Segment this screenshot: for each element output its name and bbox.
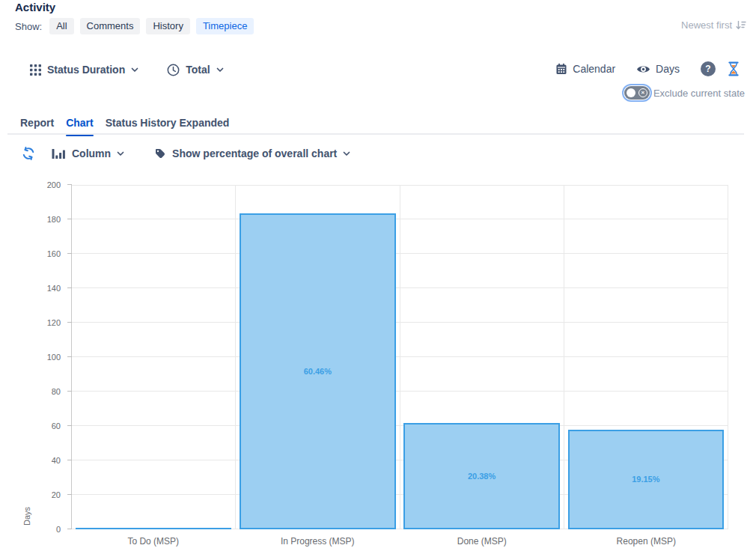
eye-icon xyxy=(636,64,650,75)
bar-Done (MSP): 20.38% xyxy=(403,423,560,529)
bar-percentage-label: 19.15% xyxy=(570,475,723,484)
tab-report[interactable]: Report xyxy=(20,117,54,135)
activity-panel: Activity Show: All Comments History Time… xyxy=(0,0,753,560)
exclude-current-state-label: Exclude current state xyxy=(653,88,745,99)
tab-chart[interactable]: Chart xyxy=(66,117,94,135)
tab-status-history-expanded[interactable]: Status History Expanded xyxy=(106,117,230,135)
label-mode-label: Show percentage of overall chart xyxy=(172,147,337,159)
x-axis-category-label: To Do (MSP) xyxy=(71,536,236,547)
chevron-down-icon xyxy=(216,67,224,73)
status-duration-chart: Days 020406080100120140160180200 60.46%2… xyxy=(0,180,753,560)
aggregation-label: Total xyxy=(186,64,210,76)
dimension-dropdown[interactable]: Status Duration xyxy=(30,64,138,76)
sort-descending-icon xyxy=(736,20,746,30)
refresh-icon[interactable] xyxy=(22,147,35,160)
bar-In Progress (MSP): 60.46% xyxy=(240,213,396,529)
sort-order-control[interactable]: Newest first xyxy=(681,19,746,31)
y-tick-label: 140 xyxy=(47,284,61,293)
y-tick-label: 80 xyxy=(52,387,61,396)
y-tick-label: 40 xyxy=(52,456,61,465)
calendar-view-button[interactable]: Calendar xyxy=(555,63,615,75)
filter-button-timepiece[interactable]: Timepiece xyxy=(196,18,254,34)
category-column: 60.46% xyxy=(236,185,400,529)
label-mode-dropdown[interactable]: Show percentage of overall chart xyxy=(154,147,350,159)
category-column xyxy=(72,185,236,529)
calendar-label: Calendar xyxy=(573,63,615,75)
column-chart-icon xyxy=(52,148,66,159)
y-tick-label: 200 xyxy=(47,180,61,189)
x-axis-category-label: In Progress (MSP) xyxy=(236,536,400,547)
exclude-current-state-toggle[interactable]: × xyxy=(624,86,650,100)
help-icon[interactable]: ? xyxy=(701,61,716,76)
unit-label: Days xyxy=(656,63,680,75)
unit-toggle-button[interactable]: Days xyxy=(636,63,680,75)
report-toolbar-right: Calendar Days ? xyxy=(555,60,740,78)
chart-controls: Column Show percentage of overall chart xyxy=(22,144,350,162)
exclude-current-state-row: × Exclude current state xyxy=(624,85,745,101)
y-tick-label: 160 xyxy=(47,249,61,258)
toggle-off-icon: × xyxy=(638,88,647,97)
calendar-icon xyxy=(555,63,567,75)
chart-type-dropdown[interactable]: Column xyxy=(52,147,124,159)
chevron-down-icon xyxy=(131,67,138,73)
plot-area: 60.46%20.38%19.15% xyxy=(71,185,728,529)
activity-filter-bar: Show: All Comments History Timepiece xyxy=(15,17,254,35)
x-axis-labels: To Do (MSP)In Progress (MSP)Done (MSP)Re… xyxy=(71,536,728,547)
tag-icon xyxy=(154,147,166,159)
y-tick-label: 100 xyxy=(47,353,61,362)
bar-To Do (MSP) xyxy=(76,528,232,529)
aggregation-dropdown[interactable]: Total xyxy=(167,64,223,76)
y-tick-label: 20 xyxy=(52,490,61,499)
category-column: 19.15% xyxy=(564,185,728,529)
tabs-divider xyxy=(7,133,744,135)
bar-percentage-label: 60.46% xyxy=(241,367,394,376)
grid-icon xyxy=(30,64,41,76)
timepiece-hourglass-icon[interactable] xyxy=(728,61,740,76)
sort-order-label: Newest first xyxy=(681,19,732,31)
y-tick-label: 60 xyxy=(52,421,61,430)
chevron-down-icon xyxy=(117,151,124,156)
filter-button-history[interactable]: History xyxy=(146,18,189,34)
y-tick-label: 120 xyxy=(47,318,61,327)
x-axis-category-label: Done (MSP) xyxy=(400,536,564,547)
toggle-knob xyxy=(627,88,635,97)
x-axis-category-label: Reopen (MSP) xyxy=(564,536,729,547)
bar-Reopen (MSP): 19.15% xyxy=(568,430,725,529)
report-toolbar-left: Status Duration Total xyxy=(30,61,224,79)
filter-button-all[interactable]: All xyxy=(49,18,73,34)
y-tick-label: 0 xyxy=(56,525,61,534)
chart-type-label: Column xyxy=(72,147,111,159)
chevron-down-icon xyxy=(343,151,350,156)
y-tick-label: 180 xyxy=(47,215,61,224)
category-column: 20.38% xyxy=(400,185,564,529)
view-tabs: Report Chart Status History Expanded xyxy=(20,117,229,135)
bar-percentage-label: 20.38% xyxy=(405,472,558,481)
dimension-label: Status Duration xyxy=(47,64,125,76)
show-label: Show: xyxy=(15,21,42,32)
page-title: Activity xyxy=(15,1,55,13)
y-axis-ticks: 020406080100120140160180200 xyxy=(0,185,66,529)
filter-button-comments[interactable]: Comments xyxy=(80,18,141,34)
clock-icon xyxy=(167,64,180,76)
